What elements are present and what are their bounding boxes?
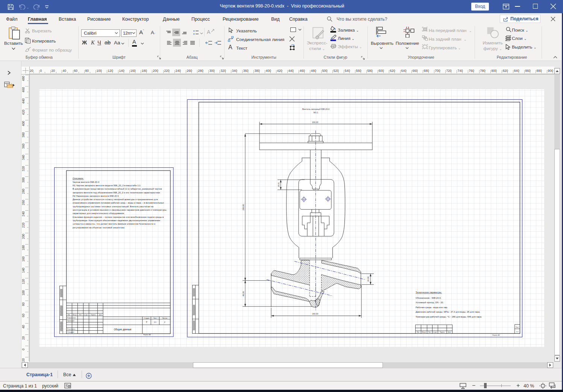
svg-text:800: 800: [492, 69, 497, 73]
svg-text:580: 580: [367, 69, 373, 73]
svg-text:Формат А2: Формат А2: [492, 334, 500, 336]
svg-text:100: 100: [97, 69, 102, 73]
svg-text:440: 440: [288, 69, 294, 73]
svg-text:400: 400: [21, 121, 25, 126]
svg-text:700: 700: [435, 69, 440, 73]
svg-text:20: 20: [21, 336, 25, 340]
svg-text:Дата: Дата: [99, 314, 102, 316]
svg-text:180: 180: [21, 245, 25, 250]
svg-text:Ключевая функция изделия -- по: Ключевая функция изделия -- полное перек…: [73, 216, 164, 218]
svg-text:Лист: Лист: [428, 331, 431, 333]
svg-text:300: 300: [21, 177, 25, 182]
svg-text:20,00: 20,00: [367, 277, 369, 282]
svg-text:160: 160: [21, 256, 25, 261]
svg-text:Лист: Лист: [153, 317, 157, 319]
svg-text:характерных для энергетическог: характерных для энергетического оборудов…: [73, 212, 125, 214]
svg-text:360: 360: [21, 143, 25, 149]
svg-text:Лист: Лист: [516, 326, 519, 328]
svg-text:780: 780: [480, 69, 486, 73]
svg-text:Лист: Лист: [79, 314, 82, 316]
svg-text:420: 420: [21, 109, 25, 115]
svg-text:240: 240: [21, 211, 25, 216]
svg-text:80: 80: [85, 69, 89, 73]
svg-text:Вентиль запорный 998-20-0: Вентиль запорный 998-20-0: [302, 108, 329, 110]
svg-text:300: 300: [209, 69, 215, 73]
svg-text:0: 0: [21, 348, 25, 350]
svg-text:Данное устройство относится к: Данное устройство относится к классу зап…: [73, 198, 158, 201]
svg-text:680: 680: [424, 69, 429, 73]
svg-text:140: 140: [21, 267, 25, 273]
svg-text:Р: Р: [146, 321, 147, 323]
svg-text:60: 60: [74, 69, 78, 73]
svg-text:860: 860: [525, 69, 531, 73]
svg-text:Чертеж вентиля 998-20-0: Чертеж вентиля 998-20-0: [73, 181, 100, 183]
svg-text:460: 460: [300, 69, 305, 73]
svg-text:Изм.: Изм.: [417, 331, 419, 333]
svg-text:120: 120: [21, 279, 25, 284]
svg-text:0: 0: [40, 69, 42, 73]
svg-text:380: 380: [255, 69, 260, 73]
svg-text:200: 200: [21, 234, 25, 239]
svg-text:280: 280: [198, 69, 203, 73]
svg-text:Вкл.ул.: Вкл.ул.: [422, 331, 426, 333]
svg-text:480: 480: [311, 69, 316, 73]
svg-text:520: 520: [334, 69, 339, 73]
svg-text:460: 460: [21, 87, 25, 92]
svg-text:Описание:: Описание:: [73, 177, 84, 179]
svg-text:Давление рабочей среды, МПа -: Давление рабочей среды, МПа - 37,3 для в…: [416, 311, 480, 313]
svg-text:200: 200: [153, 69, 158, 73]
svg-text:900: 900: [548, 69, 553, 73]
svg-text:360: 360: [243, 69, 249, 73]
svg-text:260: 260: [21, 200, 25, 205]
svg-text:720: 720: [446, 69, 452, 73]
svg-text:№ док.: № док.: [433, 331, 437, 333]
svg-text:380: 380: [21, 132, 25, 137]
svg-text:Н2 Назначение запорного вентил: Н2 Назначение запорного вентиля 998 20 0: [73, 195, 119, 197]
svg-text:220: 220: [164, 69, 170, 73]
svg-text:540: 540: [345, 69, 350, 73]
svg-text:трубопроводных системах теплов: трубопроводных системах тепловых электро…: [73, 205, 154, 208]
svg-text:Подпись: Подпись: [91, 314, 96, 316]
svg-text:эксплуатацию в условиях высоки: эксплуатацию в условиях высоких и сверхв…: [73, 209, 167, 211]
svg-text:260: 260: [187, 69, 192, 73]
svg-text:40: 40: [21, 325, 25, 329]
svg-text:60: 60: [21, 314, 25, 318]
svg-text:40: 40: [63, 69, 67, 73]
svg-text:Н.контроль: Н.контроль: [67, 328, 76, 330]
svg-text:запорного вентиля под обозначе: запорного вентиля под обозначением 998_2…: [73, 191, 161, 194]
svg-text:Подпись: Подпись: [440, 331, 445, 333]
svg-text:280: 280: [21, 188, 25, 194]
svg-text:220: 220: [21, 222, 25, 228]
svg-text:Утвердил: Утвердил: [67, 331, 74, 333]
svg-text:оперативного управления потока: оперативного управления потоками рабочих…: [73, 202, 164, 204]
svg-text:Обозначение - 998-20-0.: Обозначение - 998-20-0.: [416, 297, 442, 299]
svg-text:440: 440: [21, 98, 25, 103]
svg-text:В документации представлен пол: В документации представлен полномасштабн…: [73, 188, 162, 190]
svg-text:Листов: Листов: [162, 317, 167, 319]
svg-text:Общие данные: Общие данные: [114, 328, 132, 331]
svg-text:Проверил: Проверил: [67, 320, 75, 322]
svg-text:160: 160: [131, 69, 136, 73]
svg-text:«открыто»/«закрыто», что делае: «открыто»/«закрыто», что делает вентиль …: [73, 223, 155, 225]
svg-text:Разработал: Разработал: [67, 317, 76, 319]
svg-text:200,00: 200,00: [312, 121, 319, 123]
svg-text:1.2: 1.2: [516, 331, 519, 333]
svg-text:320: 320: [21, 166, 25, 171]
svg-text:регулирования на объектах тепл: регулирования на объектах тепловой энерг…: [73, 226, 125, 229]
svg-text:760: 760: [469, 69, 474, 73]
svg-text:320: 320: [221, 69, 226, 73]
svg-text:660: 660: [413, 69, 418, 73]
svg-text:620: 620: [390, 69, 395, 73]
svg-text:640: 640: [401, 69, 407, 73]
svg-text:Н1 Чертеж запорного вентиля мо: Н1 Чертеж запорного вентиля модели 998_2…: [73, 184, 141, 187]
svg-text:№ док.: № док.: [84, 314, 88, 316]
svg-text:Формат А4: Формат А4: [143, 334, 151, 336]
svg-text:260,00: 260,00: [242, 204, 244, 211]
svg-text:Дата: Дата: [448, 331, 451, 333]
svg-text:120: 120: [108, 69, 113, 73]
svg-text:160,00: 160,00: [312, 313, 319, 315]
svg-text:340: 340: [232, 69, 237, 73]
svg-text:240: 240: [176, 69, 181, 73]
svg-text:19,00: 19,00: [278, 182, 280, 187]
svg-text:Изм.: Изм.: [68, 314, 70, 316]
